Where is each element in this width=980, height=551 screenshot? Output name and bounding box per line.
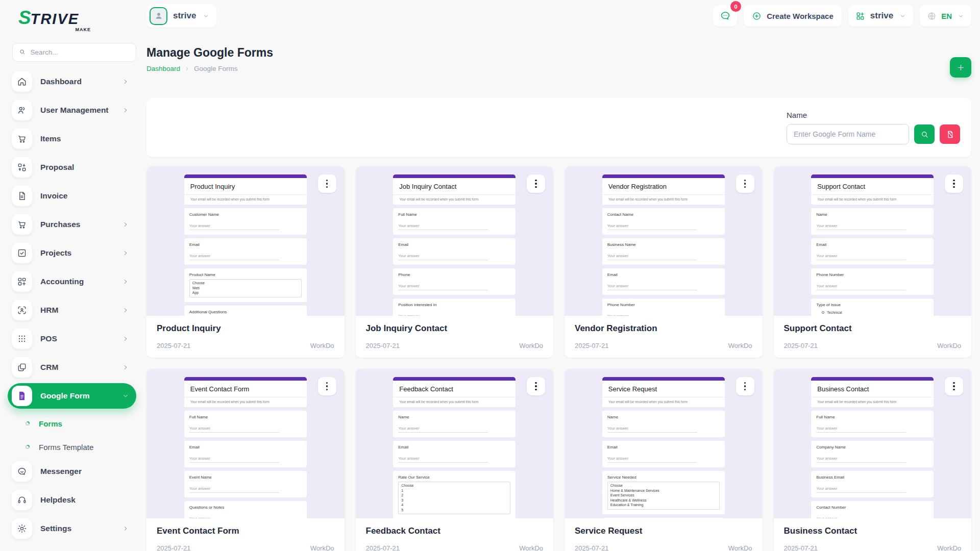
gform-field-label: Full Name [189, 415, 302, 419]
gform-header: Event Contact FormYour email will be rec… [184, 381, 307, 407]
gform-field-label: Event Name [189, 475, 302, 480]
sidebar-item-settings[interactable]: Settings [8, 516, 136, 541]
gform-field-label: Name [398, 415, 510, 419]
dots-vertical-icon [953, 385, 955, 387]
add-form-button[interactable] [950, 57, 971, 78]
gform-field: Preferred ContactYour answer [602, 518, 725, 519]
gform-field: NameYour answer [393, 411, 516, 437]
dots-vertical-icon [326, 385, 328, 387]
sidebar-item-google-form[interactable]: Google Form [8, 383, 136, 409]
card-menu-button[interactable] [318, 377, 336, 395]
chevron-right-icon [122, 364, 129, 371]
sidebar-item-items[interactable]: Items [8, 126, 136, 152]
gform-field: Additional QuestionsYour answer [184, 306, 307, 316]
app-switcher[interactable]: strive [848, 5, 913, 27]
gform-field: Phone NumberYour answer [811, 268, 934, 295]
card-menu-button[interactable] [736, 377, 754, 395]
card-menu-button[interactable] [318, 174, 336, 193]
layers-icon [12, 357, 32, 378]
topbar-actions: 0 Create Workspace strive EN [713, 5, 971, 27]
form-card-vendor-registration[interactable]: Vendor RegistrationYour email will be re… [565, 166, 763, 358]
messages-button[interactable]: 0 [713, 5, 737, 27]
form-card-title: Feedback Contact [366, 526, 544, 536]
form-card-body: Business Contact2025-07-21WorkDo [774, 518, 972, 551]
gform-answer-placeholder: Your answer [816, 223, 906, 230]
chevron-down-icon [899, 13, 906, 19]
form-card-meta: 2025-07-21WorkDo [784, 342, 962, 349]
gform-answer-placeholder: Your answer [189, 456, 279, 463]
sidebar-item-messenger[interactable]: Messenger [8, 459, 136, 484]
plus-circle-icon [752, 11, 762, 21]
form-card-product-inquiry[interactable]: Product InquiryYour email will be record… [146, 166, 345, 358]
gform-field: Company NameYour answer [811, 441, 934, 467]
card-menu-button[interactable] [527, 174, 545, 193]
form-card-date: 2025-07-21 [575, 342, 609, 349]
sidebar-subitem-forms[interactable]: Forms [8, 412, 136, 435]
gform-select-option: 5 [401, 508, 507, 513]
form-card-event-contact-form[interactable]: Event Contact FormYour email will be rec… [146, 369, 345, 551]
filter-reset-button[interactable] [940, 124, 960, 144]
sidebar-subitem-forms-template[interactable]: Forms Template [8, 435, 136, 459]
gform-field-label: Name [816, 212, 928, 217]
gform-field-label: Phone Number [816, 272, 928, 277]
dots-grid-icon [12, 329, 32, 349]
breadcrumb-dashboard-link[interactable]: Dashboard [146, 65, 180, 72]
sidebar-item-dashboard[interactable]: Dashboard [8, 69, 136, 94]
filter-search-button[interactable] [914, 124, 935, 144]
gform-field-label: Full Name [398, 212, 510, 217]
dots-vertical-icon [744, 385, 746, 387]
sidebar-item-label: CRM [40, 363, 58, 372]
gform-field: PhoneYour answer [393, 268, 516, 295]
gform-field: Event NameYour answer [184, 471, 307, 497]
form-name-input[interactable] [787, 124, 909, 144]
card-menu-button[interactable] [736, 174, 754, 193]
gform-field-label: Customer Name [189, 212, 302, 217]
sidebar-item-user-management[interactable]: User Management [8, 97, 136, 123]
sidebar-item-label: Messenger [40, 467, 82, 476]
dots-vertical-icon [326, 186, 328, 188]
sidebar-item-pos[interactable]: POS [8, 326, 136, 352]
sidebar: STRIVE MAKE DashboardUser ManagementItem… [0, 0, 146, 551]
form-card-title: Support Contact [784, 323, 962, 334]
sidebar-item-crm[interactable]: CRM [8, 355, 136, 380]
card-menu-button[interactable] [527, 377, 545, 395]
sidebar-item-helpdesk[interactable]: Helpdesk [8, 487, 136, 513]
sidebar-item-projects[interactable]: Projects [8, 240, 136, 266]
form-card-support-contact[interactable]: Support ContactYour email will be record… [774, 166, 972, 358]
brand-initial: S [18, 7, 31, 29]
gform-title: Support Contact [811, 178, 934, 195]
sidebar-item-accounting[interactable]: Accounting [8, 269, 136, 294]
gform-header-bar [393, 377, 516, 381]
gform-select-option: Education & Training [610, 503, 717, 508]
dots-vertical-icon [326, 389, 328, 391]
gform-field: Phone NumberYour answer [602, 298, 725, 316]
sidebar-item-purchases[interactable]: Purchases [8, 212, 136, 237]
sidebar-item-invoice[interactable]: Invoice [8, 183, 136, 209]
workspace-selector[interactable]: strive [146, 4, 216, 28]
language-selector[interactable]: EN [920, 5, 971, 27]
card-menu-button[interactable] [945, 174, 963, 193]
form-card-service-request[interactable]: Service RequestYour email will be record… [565, 369, 763, 551]
search-icon [920, 130, 929, 139]
card-menu-button[interactable] [945, 377, 963, 395]
sidebar-item-hrm[interactable]: HRM [8, 297, 136, 323]
sidebar-item-proposal[interactable]: Proposal [8, 155, 136, 180]
dots-vertical-icon [744, 382, 746, 384]
dots-vertical-icon [953, 186, 955, 188]
form-card-title: Business Contact [784, 526, 962, 536]
form-card-feedback-contact[interactable]: Feedback ContactYour email will be recor… [356, 369, 554, 551]
sidebar-item-label: HRM [40, 306, 58, 315]
gform-answer-placeholder: Your answer [607, 456, 697, 463]
form-card-business-contact[interactable]: Business ContactYour email will be recor… [774, 369, 972, 551]
gform-answer-placeholder: Your answer [816, 486, 906, 493]
search-input[interactable] [30, 48, 130, 56]
form-card-job-inquiry-contact[interactable]: Job Inquiry ContactYour email will be re… [356, 166, 554, 358]
gform-thumbnail: Service RequestYour email will be record… [602, 377, 725, 518]
gform-field: Full NameYour answer [184, 411, 307, 437]
create-workspace-button[interactable]: Create Workspace [744, 5, 842, 27]
gform-field-label: Business Name [607, 242, 720, 247]
gform-thumbnail: Job Inquiry ContactYour email will be re… [393, 174, 516, 316]
gform-field-label: Business Email [816, 475, 928, 480]
gform-header: Job Inquiry ContactYour email will be re… [393, 178, 516, 205]
page-header: Manage Google Forms Dashboard Google For… [146, 46, 971, 78]
